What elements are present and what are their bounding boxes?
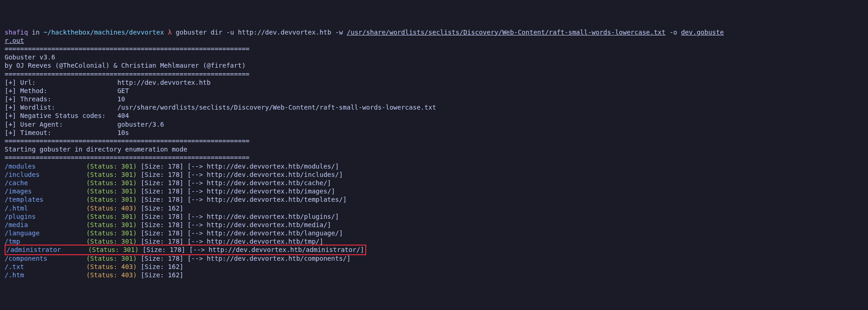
result-status: (Status: 403) xyxy=(86,263,137,270)
prompt-user: shafiq xyxy=(5,29,28,36)
result-path: /images xyxy=(5,187,32,195)
result-row: /media (Status: 301) [Size: 178] [--> ht… xyxy=(5,221,863,229)
result-status: (Status: 301) xyxy=(88,246,139,253)
result-row: /.txt (Status: 403) [Size: 162] xyxy=(5,263,863,271)
result-path: /tmp xyxy=(5,238,20,245)
command-outfile-part1: dev.gobuste xyxy=(681,29,724,36)
result-path: /plugins xyxy=(5,213,36,220)
config-row: [+] Method: GET xyxy=(5,87,863,95)
result-size: [Size: 162] xyxy=(141,263,184,270)
result-row: /.htm (Status: 403) [Size: 162] xyxy=(5,271,863,279)
result-size: [Size: 178] xyxy=(141,196,184,203)
highlighted-result: /administrator (Status: 301) [Size: 178]… xyxy=(5,245,366,255)
result-row: /images (Status: 301) [Size: 178] [--> h… xyxy=(5,187,863,195)
config-row: [+] Wordlist: /usr/share/wordlists/secli… xyxy=(5,103,863,111)
result-status: (Status: 301) xyxy=(86,179,137,187)
result-redirect: [--> http://dev.devvortex.htb/language/] xyxy=(187,229,343,237)
result-size: [Size: 178] xyxy=(141,229,184,237)
prompt-in: in xyxy=(32,29,40,36)
result-redirect: [--> http://dev.devvortex.htb/tmp/] xyxy=(187,238,323,245)
result-row: /language (Status: 301) [Size: 178] [-->… xyxy=(5,229,863,237)
results-block: /modules (Status: 301) [Size: 178] [--> … xyxy=(5,162,863,280)
prompt-symbol: λ xyxy=(168,29,172,36)
result-redirect: [--> http://dev.devvortex.htb/media/] xyxy=(187,221,331,228)
result-path: /administrator xyxy=(6,246,61,253)
result-row: /templates (Status: 301) [Size: 178] [--… xyxy=(5,195,863,204)
result-size: [Size: 178] xyxy=(141,187,184,195)
result-path: /modules xyxy=(5,163,36,170)
result-status: (Status: 301) xyxy=(86,213,137,220)
result-redirect: [--> http://dev.devvortex.htb/components… xyxy=(187,255,351,262)
result-row: /cache (Status: 301) [Size: 178] [--> ht… xyxy=(5,179,863,187)
result-size: [Size: 178] xyxy=(143,246,185,253)
result-size: [Size: 178] xyxy=(141,171,184,178)
result-redirect: [--> http://dev.devvortex.htb/cache/] xyxy=(187,179,331,187)
result-size: [Size: 178] xyxy=(141,238,184,245)
result-status: (Status: 301) xyxy=(86,187,137,195)
result-status: (Status: 301) xyxy=(86,238,137,245)
result-status: (Status: 301) xyxy=(86,221,137,228)
result-row: /components (Status: 301) [Size: 178] [-… xyxy=(5,254,863,263)
result-redirect: [--> http://dev.devvortex.htb/images/] xyxy=(187,187,335,195)
config-row: [+] Timeout: 10s xyxy=(5,129,863,137)
banner-line-1: Gobuster v3.6 xyxy=(5,53,863,61)
command-wordlist: /usr/share/wordlists/seclists/Discovery/… xyxy=(347,29,666,36)
result-row: /modules (Status: 301) [Size: 178] [--> … xyxy=(5,162,863,170)
config-row: [+] User Agent: gobuster/3.6 xyxy=(5,120,863,129)
result-path: /media xyxy=(5,221,28,228)
result-status: (Status: 403) xyxy=(86,271,137,279)
shell-prompt-line-2: r.out xyxy=(5,36,863,45)
result-path: /.html xyxy=(5,205,28,212)
result-size: [Size: 162] xyxy=(141,271,184,279)
result-redirect: [--> http://dev.devvortex.htb/plugins/] xyxy=(187,213,339,220)
result-status: (Status: 301) xyxy=(86,196,137,203)
terminal-output[interactable]: shafiq in ~/hackthebox/machines/devvorte… xyxy=(5,28,863,280)
result-size: [Size: 178] xyxy=(141,213,184,220)
result-redirect: [--> http://dev.devvortex.htb/includes/] xyxy=(187,171,343,178)
divider: ========================================… xyxy=(5,70,863,78)
result-size: [Size: 162] xyxy=(141,205,184,212)
divider: ========================================… xyxy=(5,45,863,53)
result-row: /administrator (Status: 301) [Size: 178]… xyxy=(5,246,863,254)
result-row: /includes (Status: 301) [Size: 178] [-->… xyxy=(5,170,863,179)
config-row: [+] Url: http://dev.devvortex.htb xyxy=(5,78,863,87)
config-block: [+] Url: http://dev.devvortex.htb[+] Met… xyxy=(5,78,863,137)
result-path: /components xyxy=(5,255,48,262)
config-row: [+] Negative Status codes: 404 xyxy=(5,111,863,120)
result-status: (Status: 403) xyxy=(86,205,137,212)
result-size: [Size: 178] xyxy=(141,221,184,228)
command-outfile-part2: r.out xyxy=(5,37,24,44)
result-row: /plugins (Status: 301) [Size: 178] [--> … xyxy=(5,212,863,221)
result-size: [Size: 178] xyxy=(141,179,184,187)
command-text: gobuster dir -u http://dev.devvortex.htb… xyxy=(176,29,347,36)
result-path: /templates xyxy=(5,196,43,203)
divider: ========================================… xyxy=(5,137,863,145)
result-path: /language xyxy=(5,229,40,237)
result-status: (Status: 301) xyxy=(86,163,137,170)
result-path: /includes xyxy=(5,171,40,178)
result-row: /.html (Status: 403) [Size: 162] xyxy=(5,204,863,212)
result-status: (Status: 301) xyxy=(86,255,137,262)
result-path: /.htm xyxy=(5,271,24,279)
result-size: [Size: 178] xyxy=(141,255,184,262)
result-status: (Status: 301) xyxy=(86,171,137,178)
result-redirect: [--> http://dev.devvortex.htb/templates/… xyxy=(187,196,347,203)
command-mid: -o xyxy=(666,29,681,36)
divider: ========================================… xyxy=(5,153,863,162)
result-path: /cache xyxy=(5,179,28,187)
result-size: [Size: 178] xyxy=(141,163,184,170)
result-status: (Status: 301) xyxy=(86,229,137,237)
starting-line: Starting gobuster in directory enumerati… xyxy=(5,145,863,153)
prompt-path: ~/hackthebox/machines/devvortex xyxy=(43,29,164,36)
result-redirect: [--> http://dev.devvortex.htb/administra… xyxy=(189,246,364,253)
result-redirect: [--> http://dev.devvortex.htb/modules/] xyxy=(187,163,339,170)
shell-prompt-line: shafiq in ~/hackthebox/machines/devvorte… xyxy=(5,28,863,36)
banner-line-2: by OJ Reeves (@TheColonial) & Christian … xyxy=(5,61,863,70)
config-row: [+] Threads: 10 xyxy=(5,95,863,103)
result-path: /.txt xyxy=(5,263,24,270)
